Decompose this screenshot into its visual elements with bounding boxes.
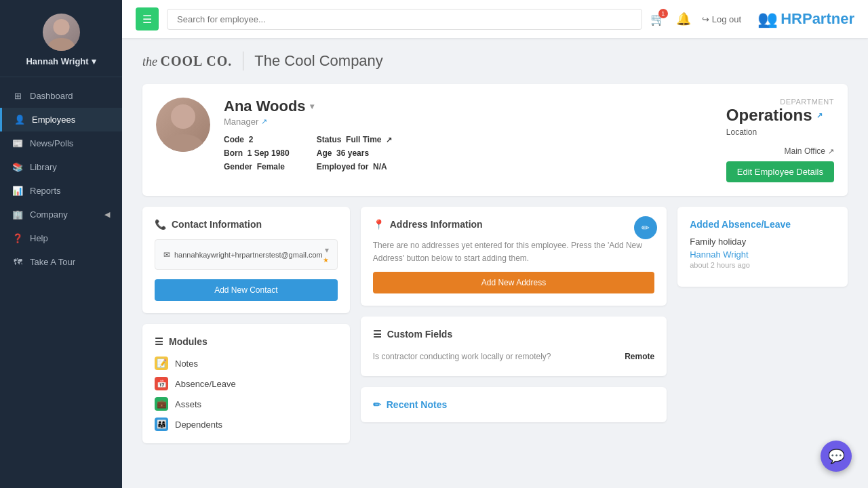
recent-notes-title: ✏ Recent Notes — [373, 399, 654, 410]
module-dependents[interactable]: 👨‍👩‍👧 Dependents — [155, 418, 338, 431]
employee-employed: Employed for N/A — [317, 162, 392, 171]
employee-title: Manager ↗ — [224, 117, 713, 127]
company-expand-icon: ◀ — [104, 210, 110, 219]
title-link-icon[interactable]: ↗ — [261, 117, 267, 126]
employees-icon: 👤 — [14, 115, 25, 125]
phone-icon: 📞 — [155, 219, 166, 230]
employee-age: Age 36 years — [317, 148, 392, 158]
address-edit-button[interactable]: ✏ — [634, 216, 657, 239]
employee-name-dropdown[interactable]: ▾ — [310, 102, 314, 111]
pencil-notes-icon: ✏ — [373, 399, 381, 410]
absence-leave-card: Added Absence/Leave Family holiday Hanna… — [677, 207, 848, 287]
avatar — [43, 14, 80, 51]
modules-card: ☰ Modules 📝 Notes 📅 Absence/Leave — [142, 324, 350, 443]
employee-section: Ana Woods ▾ Manager ↗ Code 2 Born — [142, 84, 848, 196]
status-link-icon[interactable]: ↗ — [386, 136, 392, 144]
svg-point-3 — [163, 134, 203, 152]
email-dropdown-icon[interactable]: ▾ — [325, 245, 329, 255]
svg-point-2 — [171, 104, 195, 129]
topbar-icons: 🛒 1 🔔 ↪ Log out 👥 HRPartner — [650, 9, 854, 28]
right-column: Added Absence/Leave Family holiday Hanna… — [677, 207, 848, 443]
employee-meta: Code 2 Born 1 Sep 1980 Gender Female — [224, 135, 713, 171]
left-column: 📞 Contact Information ✉ hannahkaywright+… — [142, 207, 350, 443]
sidebar-item-help[interactable]: ❓ Help — [0, 226, 122, 250]
library-icon: 📚 — [12, 162, 23, 172]
sidebar-item-library[interactable]: 📚 Library — [0, 155, 122, 179]
assets-icon: 💼 — [155, 397, 168, 411]
tour-icon: 🗺 — [12, 257, 23, 267]
bell-icon[interactable]: 🔔 — [676, 12, 691, 26]
company-header: the COOL CO. The Cool Company — [142, 52, 848, 70]
recent-notes-card: ✏ Recent Notes — [361, 387, 667, 422]
address-info-card: 📍 Address Information ✏ There are no add… — [361, 207, 667, 306]
location-link-icon[interactable]: ↗ — [828, 147, 834, 156]
add-address-button[interactable]: Add New Address — [373, 272, 654, 293]
modules-icon: ☰ — [155, 336, 163, 347]
contact-email-row: ✉ hannahkaywright+hrpartnerstest@gmail.c… — [155, 239, 338, 270]
edit-employee-button[interactable]: Edit Employee Details — [726, 161, 834, 182]
employee-gender: Gender Female — [224, 162, 290, 171]
department-name: Operations ↗ — [726, 106, 834, 125]
help-icon: ❓ — [12, 233, 23, 243]
dept-link-icon[interactable]: ↗ — [816, 111, 823, 120]
module-absence[interactable]: 📅 Absence/Leave — [155, 377, 338, 390]
company-name: The Cool Company — [254, 52, 383, 70]
modules-list: 📝 Notes 📅 Absence/Leave 💼 Assets 👨 — [155, 357, 338, 431]
absence-leave-title: Added Absence/Leave — [690, 219, 835, 230]
cart-badge: 1 — [658, 9, 668, 18]
sidebar-item-tour[interactable]: 🗺 Take A Tour — [0, 250, 122, 274]
absence-item: Family holiday Hannah Wright about 2 hou… — [690, 237, 835, 269]
custom-fields-card: ☰ Custom Fields Is contractor conducting… — [361, 317, 667, 376]
sidebar-item-employees[interactable]: 👤 Employees — [0, 108, 122, 131]
absence-type: Family holiday — [690, 237, 835, 247]
hrpartner-logo: 👥 HRPartner — [757, 9, 854, 28]
middle-column: 📍 Address Information ✏ There are no add… — [361, 207, 667, 443]
modules-title: ☰ Modules — [155, 336, 338, 347]
employee-meta-col2: Status Full Time ↗ Age 36 years Employed… — [317, 135, 392, 171]
employee-location: Location Main Office ↗ — [726, 127, 834, 156]
module-notes[interactable]: 📝 Notes — [155, 357, 338, 370]
logo-icon: 👥 — [757, 9, 778, 28]
sidebar-item-dashboard[interactable]: ⊞ Dashboard — [0, 84, 122, 108]
absence-time: about 2 hours ago — [690, 261, 835, 269]
sidebar-item-news-polls[interactable]: 📰 News/Polls — [0, 131, 122, 155]
lower-grid: 📞 Contact Information ✉ hannahkaywright+… — [142, 207, 848, 443]
address-info-title: 📍 Address Information — [373, 219, 654, 230]
company-icon: 🏢 — [12, 209, 23, 220]
sidebar-user: Hannah Wright ▾ — [0, 0, 122, 77]
menu-button[interactable]: ☰ — [136, 7, 159, 30]
custom-fields-icon: ☰ — [373, 329, 382, 340]
sidebar-username[interactable]: Hannah Wright ▾ — [26, 56, 96, 66]
sidebar-item-company[interactable]: 🏢 Company ◀ — [0, 203, 122, 226]
contact-info-card: 📞 Contact Information ✉ hannahkaywright+… — [142, 207, 350, 313]
employee-born: Born 1 Sep 1980 — [224, 148, 290, 158]
search-input[interactable] — [167, 9, 642, 30]
svg-point-1 — [47, 38, 75, 51]
news-icon: 📰 — [12, 138, 23, 148]
employee-code: Code 2 — [224, 135, 290, 144]
custom-field-row-0: Is contractor conducting work locally or… — [373, 349, 654, 364]
employee-info: Ana Woods ▾ Manager ↗ Code 2 Born — [224, 98, 713, 171]
chevron-down-icon: ▾ — [92, 56, 96, 66]
contact-email-inner: ✉ hannahkaywright+hrpartnerstest@gmail.c… — [163, 250, 323, 260]
pencil-icon: ✏ — [642, 222, 650, 233]
chat-icon: 💬 — [828, 448, 845, 464]
hamburger-icon: ☰ — [142, 13, 152, 26]
cart-icon[interactable]: 🛒 1 — [650, 12, 665, 26]
svg-point-0 — [53, 19, 69, 35]
module-assets[interactable]: 💼 Assets — [155, 397, 338, 411]
absence-icon: 📅 — [155, 377, 168, 390]
reports-icon: 📊 — [12, 186, 23, 196]
chat-widget[interactable]: 💬 — [821, 441, 852, 472]
company-logo: the COOL CO. — [142, 54, 232, 69]
add-contact-button[interactable]: Add New Contact — [155, 279, 338, 301]
pin-icon: 📍 — [373, 219, 384, 230]
logout-button[interactable]: ↪ Log out — [702, 14, 741, 24]
email-star-icon: ★ — [323, 256, 329, 264]
content-area: the COOL CO. The Cool Company Ana Woods … — [122, 38, 868, 488]
employee-meta-col1: Code 2 Born 1 Sep 1980 Gender Female — [224, 135, 290, 171]
address-empty-text: There are no addresses yet entered for t… — [373, 239, 654, 265]
absence-user[interactable]: Hannah Wright — [690, 249, 835, 260]
custom-fields-title: ☰ Custom Fields — [373, 329, 654, 340]
sidebar-item-reports[interactable]: 📊 Reports — [0, 179, 122, 203]
